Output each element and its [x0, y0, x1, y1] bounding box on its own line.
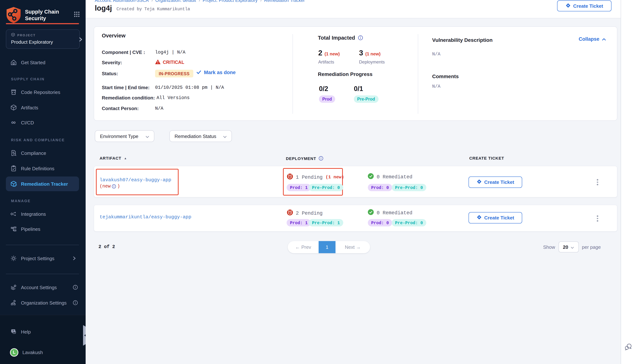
deployments-new-count: (1 new): [365, 51, 380, 56]
sidebar-item-remediation-tracker[interactable]: Remediation Tracker: [0, 178, 86, 189]
artifacts-impacted-count: 2: [318, 49, 322, 57]
sidebar-item-help[interactable]: ? Help: [0, 326, 86, 337]
pipelines-icon: [10, 226, 17, 232]
sidebar-item-label: Project Settings: [21, 256, 54, 261]
preprod-badge: Pre-Prod: [354, 96, 378, 103]
total-impacted-heading: Total Impacted: [318, 35, 355, 41]
page-size-select[interactable]: 20: [558, 242, 579, 252]
highlight-box-deployment: [283, 168, 343, 196]
sidebar-item-compliance[interactable]: Compliance: [0, 148, 86, 158]
breadcrumb-organization[interactable]: Organization: default: [155, 0, 196, 3]
sidebar-item-account-settings[interactable]: Account Settings: [0, 282, 86, 293]
next-page-button[interactable]: Next →: [335, 244, 370, 250]
breadcrumb-account[interactable]: Account: Automation-SSCA: [95, 0, 149, 3]
app-root: Supply Chain Security PROJECT: [0, 0, 635, 364]
module-grid-icon[interactable]: [74, 12, 80, 19]
environment-type-filter[interactable]: Environment Type: [95, 130, 154, 142]
prev-page-button[interactable]: ← Prev: [288, 244, 319, 250]
info-icon[interactable]: [358, 35, 363, 40]
artifact-link[interactable]: lavakush07/easy-buggy-app: [100, 177, 171, 183]
chevron-up-icon: [602, 36, 606, 42]
main-area: Account: Automation-SSCA › Organization:…: [86, 0, 635, 364]
svg-text:?: ?: [12, 329, 14, 332]
table-row[interactable]: lavakush07/easy-buggy-app (new ) 1 Pendi…: [94, 166, 617, 198]
remediated-count: 0 Remediated: [377, 174, 412, 180]
brand-divider: [6, 23, 79, 24]
show-label: Show: [543, 244, 555, 250]
user-menu[interactable]: L Lavakush: [0, 346, 86, 358]
support-chat-icon[interactable]: [624, 343, 632, 352]
pending-preprod-badge: Pre-Prod: 0: [309, 184, 343, 191]
mark-as-done-link[interactable]: Mark as done: [196, 70, 236, 75]
remediated-status: 0 Remediated: [368, 209, 412, 216]
sidebar-item-artifacts[interactable]: Artifacts: [0, 102, 86, 113]
ticket-diamond-icon: [477, 179, 482, 185]
current-page-button[interactable]: 1: [319, 241, 335, 253]
project-selector[interactable]: PROJECT Product Exploratory: [6, 29, 80, 49]
create-ticket-button[interactable]: Create Ticket: [469, 212, 522, 224]
app-title: Supply Chain Security: [25, 8, 70, 22]
cube-icon: [10, 104, 17, 111]
vulnerability-heading: Vulnerability Description: [432, 37, 493, 43]
org-gear-icon: [10, 299, 17, 306]
row-menu-kebab-icon[interactable]: [595, 179, 600, 185]
severity-label: Severity:: [102, 60, 122, 65]
info-icon[interactable]: [73, 285, 78, 290]
create-ticket-label: Create Ticket: [484, 180, 514, 185]
info-icon[interactable]: [73, 300, 78, 305]
sidebar-section-manage: MANAGE: [11, 199, 31, 203]
pending-count: 1 Pending: [296, 174, 323, 180]
status-badge: IN-PROGRESS: [155, 70, 193, 78]
remediation-status-filter[interactable]: Remediation Status: [169, 130, 232, 142]
comments-value: N/A: [432, 84, 441, 89]
chevron-down-icon: [571, 244, 574, 250]
sidebar-item-integrations[interactable]: Integrations: [0, 208, 86, 220]
sidebar-item-pipelines[interactable]: Pipelines: [0, 224, 86, 234]
info-icon[interactable]: [319, 156, 324, 161]
sidebar-item-rule-definitions[interactable]: Rule Definitions: [0, 163, 86, 174]
page-size-control: Show 20 per page: [543, 241, 601, 253]
column-header-create-ticket: CREATE TICKET: [469, 156, 504, 160]
sidebar-item-code-repositories[interactable]: Code Repositories: [0, 86, 86, 98]
artifact-link[interactable]: tejakummarikuntla/easy-buggy-app: [100, 214, 191, 220]
remediated-count: 0 Remediated: [377, 210, 412, 216]
sidebar-item-label: Get Started: [21, 60, 45, 65]
pending-prod-badge: Prod: 1: [287, 184, 311, 191]
row-menu-kebab-icon[interactable]: [595, 216, 600, 222]
ticket-diamond-icon: [477, 215, 482, 221]
sidebar-item-get-started[interactable]: Get Started: [0, 57, 86, 68]
info-icon[interactable]: [112, 184, 116, 188]
clipboard-check-icon: [10, 165, 17, 172]
remediated-preprod-badge: Pre-Prod: 0: [392, 184, 426, 191]
pending-status: 2 Pending: [287, 210, 323, 217]
sidebar-item-organization-settings[interactable]: Organization Settings: [0, 297, 86, 308]
avatar: L: [10, 348, 18, 356]
create-ticket-button[interactable]: Create Ticket: [469, 176, 522, 188]
breadcrumb-current[interactable]: Remediation Tracker: [264, 0, 305, 3]
layers-gear-icon: [10, 284, 17, 291]
pending-status: 1 Pending (1 new): [287, 174, 344, 181]
project-name: Product Exploratory: [11, 39, 76, 45]
pending-prod-badge: Prod: 1: [287, 219, 311, 226]
results-count: 2 of 2: [98, 244, 115, 250]
scrollbar-gutter[interactable]: [621, 0, 635, 364]
contact-value: N/A: [155, 106, 163, 111]
prod-badge: Prod: [319, 96, 335, 103]
table-row[interactable]: tejakummarikuntla/easy-buggy-app 2 Pendi…: [94, 205, 617, 232]
sidebar-item-label: CI/CD: [21, 120, 34, 125]
breadcrumb-separator: ›: [260, 0, 262, 3]
breadcrumb-project[interactable]: Project: Product Exploratory: [203, 0, 258, 3]
sidebar-item-label: Account Settings: [21, 284, 57, 290]
deployments-impacted-label: Deployments: [359, 60, 385, 64]
column-header-artifact[interactable]: ARTIFACT ▲: [100, 156, 127, 160]
sidebar: Supply Chain Security PROJECT: [0, 0, 86, 364]
sidebar-item-project-settings[interactable]: Project Settings: [0, 253, 86, 264]
project-selector-label: PROJECT: [17, 33, 36, 37]
create-ticket-button[interactable]: Create Ticket: [557, 0, 611, 12]
sidebar-item-cicd[interactable]: ∞ CI/CD: [0, 117, 86, 128]
collapse-link[interactable]: Collapse: [579, 36, 606, 42]
arrow-left-icon: ←: [295, 244, 300, 250]
pending-new-count: (1 new): [326, 175, 344, 180]
deployments-impacted-count: 3: [359, 49, 363, 57]
comments-heading: Comments: [432, 74, 459, 79]
